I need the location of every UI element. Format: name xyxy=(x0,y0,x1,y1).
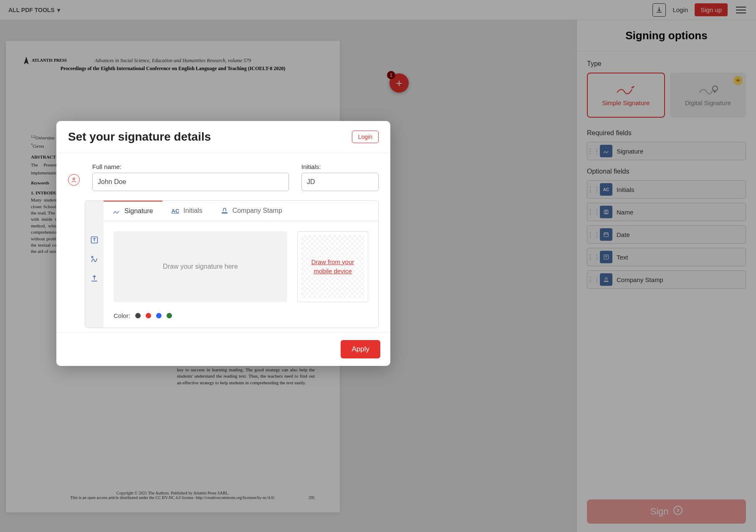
tab-company-stamp[interactable]: Company Stamp xyxy=(212,201,291,221)
initials-input[interactable] xyxy=(301,173,379,191)
modal-overlay[interactable]: Set your signature details Login Full na… xyxy=(0,0,756,532)
pen-icon xyxy=(113,207,120,215)
tab-initials-label: Initials xyxy=(183,207,202,214)
color-red[interactable] xyxy=(146,313,151,318)
color-blue[interactable] xyxy=(156,313,162,318)
draw-placeholder-text: Draw your signature here xyxy=(163,263,238,270)
text-mode-icon[interactable] xyxy=(88,234,100,246)
qr-link-text: Draw from your mobile device xyxy=(298,257,368,276)
tab-signature[interactable]: Signature xyxy=(104,200,162,221)
upload-mode-icon[interactable] xyxy=(88,272,100,284)
signature-details-modal: Set your signature details Login Full na… xyxy=(56,121,390,366)
draw-mode-icon[interactable] xyxy=(88,253,100,265)
qr-mobile-box[interactable]: Draw from your mobile device xyxy=(297,231,368,302)
stamp-icon xyxy=(221,207,228,214)
apply-button[interactable]: Apply xyxy=(341,340,380,358)
color-label: Color: xyxy=(114,312,130,319)
tab-signature-label: Signature xyxy=(124,207,153,215)
color-green[interactable] xyxy=(167,313,172,318)
tab-stamp-label: Company Stamp xyxy=(233,207,282,214)
fullname-label: Full name: xyxy=(92,163,289,170)
tab-initials[interactable]: AC Initials xyxy=(162,201,212,221)
modal-title: Set your signature details xyxy=(68,130,211,144)
fullname-input[interactable] xyxy=(92,173,289,191)
svg-point-8 xyxy=(91,256,93,257)
initials-label: Initials: xyxy=(301,163,379,170)
modal-login-button[interactable]: Login xyxy=(352,131,379,143)
signer-avatar-icon xyxy=(68,174,80,186)
color-black[interactable] xyxy=(135,313,141,318)
svg-point-6 xyxy=(73,178,75,180)
initials-icon: AC xyxy=(172,208,180,214)
signature-draw-area[interactable]: Draw your signature here xyxy=(114,231,287,302)
